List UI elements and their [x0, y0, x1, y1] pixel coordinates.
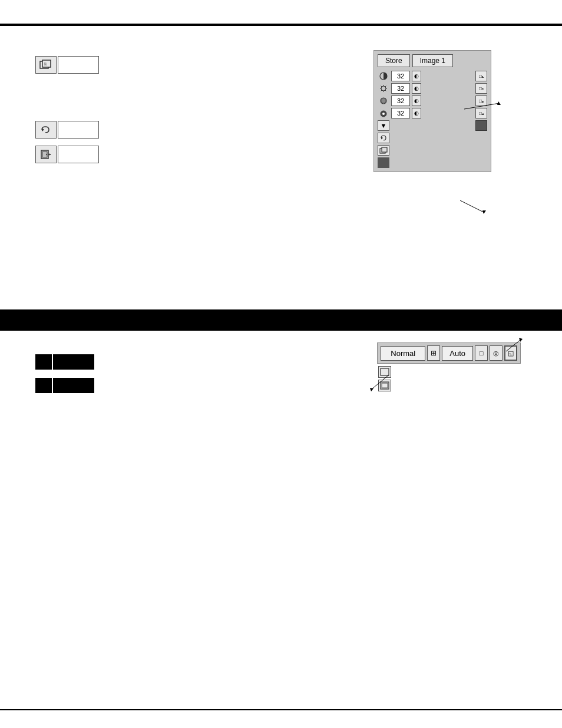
top-border [0, 24, 562, 26]
svg-marker-22 [381, 137, 383, 140]
svg-point-21 [382, 113, 385, 115]
left-button-group: ⎘ [35, 56, 99, 170]
annotation-arrow-4 [503, 337, 527, 356]
black-header-bar [0, 309, 562, 331]
contrast-row: 32 ◐ [378, 71, 473, 81]
image-button[interactable]: Image 1 [412, 54, 453, 67]
lower-btn-row-2 [35, 378, 94, 393]
tint-value: 32 [391, 108, 410, 118]
svg-marker-3 [42, 128, 44, 131]
contrast-value: 32 [391, 71, 410, 81]
annotation-arrow-1 [458, 100, 505, 120]
contrast-adj[interactable]: ◐ [412, 71, 421, 81]
svg-line-27 [460, 200, 484, 212]
store-button[interactable]: Store [378, 54, 410, 67]
image-solid-btn[interactable] [475, 120, 487, 131]
bottom-border [0, 709, 562, 710]
svg-line-17 [385, 86, 386, 87]
svg-point-6 [46, 154, 47, 155]
normal-bar: Normal ⊞ Auto □ ◎ ◱ [377, 342, 521, 364]
lower-right-panel: Normal ⊞ Auto □ ◎ ◱ [377, 342, 521, 391]
copy-icon-svg: ⎘ [39, 60, 52, 70]
panel-header: Store Image 1 [378, 54, 487, 67]
svg-rect-24 [382, 147, 387, 152]
undo-small-icon[interactable] [378, 133, 389, 143]
tint-adj[interactable]: ◐ [412, 108, 421, 118]
color-adj[interactable]: ◐ [412, 95, 421, 106]
lower-btn-row-1 [35, 354, 94, 370]
lower-icon-2[interactable] [35, 378, 52, 393]
brightness-row: 32 ◐ [378, 83, 473, 94]
svg-line-25 [464, 103, 500, 109]
panel-bottom-buttons [378, 133, 473, 168]
lower-label-2 [53, 378, 94, 393]
door-icon[interactable] [35, 146, 57, 163]
svg-marker-8 [49, 153, 51, 156]
copy-label [58, 56, 99, 74]
auto-button[interactable]: Auto [442, 346, 473, 361]
color-value: 32 [391, 95, 410, 106]
door-icon-svg [39, 149, 52, 160]
refresh-icon[interactable]: ◎ [490, 345, 503, 361]
brightness-adj[interactable]: ◐ [412, 83, 421, 94]
upper-section: ⎘ [0, 32, 562, 292]
lower-label-1 [53, 354, 94, 370]
lower-sub-panel [377, 366, 521, 391]
image-1-btn[interactable]: □₁ [475, 71, 487, 81]
lower-icon-1[interactable] [35, 354, 52, 370]
svg-marker-26 [497, 101, 501, 105]
svg-line-18 [381, 90, 382, 91]
copy-small-icon[interactable] [378, 145, 389, 156]
undo-icon-svg [39, 124, 52, 135]
lower-left-buttons [35, 354, 94, 401]
svg-marker-33 [370, 388, 373, 391]
exit-label [58, 146, 99, 163]
copy-button-row: ⎘ [35, 56, 99, 74]
svg-line-16 [385, 90, 386, 91]
arrow-down-icon[interactable]: ▼ [378, 120, 389, 131]
expand-icon[interactable]: ⊞ [427, 345, 440, 361]
svg-point-10 [381, 86, 386, 91]
exit-button-row [35, 146, 99, 163]
annotation-arrow-2 [457, 197, 492, 217]
tint-icon [378, 108, 389, 118]
svg-line-34 [506, 340, 521, 351]
annotation-arrow-3 [365, 372, 395, 397]
normal-button[interactable]: Normal [381, 346, 425, 361]
image-2-btn[interactable]: □₂ [475, 83, 487, 94]
svg-line-32 [371, 375, 389, 390]
square-icon[interactable]: □ [475, 345, 488, 361]
contrast-icon [378, 71, 389, 81]
svg-line-15 [381, 86, 382, 87]
delete-icon[interactable] [378, 157, 389, 168]
svg-marker-35 [519, 338, 523, 342]
brightness-value: 32 [391, 83, 410, 94]
brightness-icon [378, 83, 389, 94]
arrow-down-row: ▼ [378, 120, 473, 131]
copy-icon[interactable]: ⎘ [35, 56, 57, 74]
undo-button-row [35, 121, 99, 139]
undo-label [58, 121, 99, 139]
undo-icon[interactable] [35, 121, 57, 139]
color-icon [378, 95, 389, 106]
